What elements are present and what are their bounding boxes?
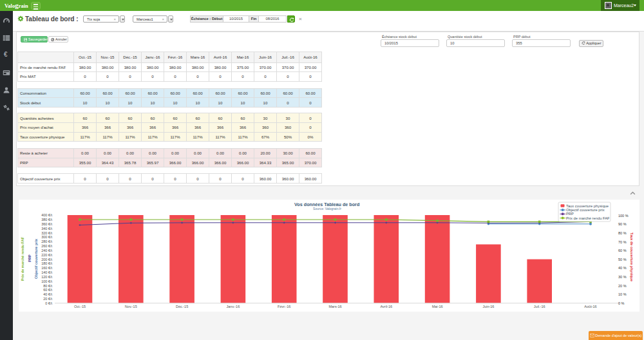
svg-text:380 €/t: 380 €/t [41, 218, 52, 222]
svg-text:180 €/t: 180 €/t [41, 261, 52, 265]
svg-text:40 %: 40 % [618, 266, 627, 270]
svg-text:30 %: 30 % [618, 275, 627, 279]
svg-text:80 €/t: 80 €/t [43, 284, 52, 288]
svg-text:220 €/t: 220 €/t [41, 253, 52, 257]
svg-text:Taux couverture physique: Taux couverture physique [566, 204, 609, 208]
svg-text:10 %: 10 % [618, 292, 627, 296]
svg-text:Nov.-15: Nov.-15 [125, 305, 137, 308]
svg-text:0 %: 0 % [618, 301, 625, 305]
svg-text:260 €/t: 260 €/t [41, 244, 52, 248]
svg-text:Oct.-15: Oct.-15 [74, 305, 86, 308]
svg-text:50 %: 50 % [618, 258, 627, 261]
svg-text:320 €/t: 320 €/t [41, 231, 52, 235]
svg-text:Janv.-16: Janv.-16 [227, 305, 240, 308]
svg-text:PRP: PRP [28, 254, 32, 262]
svg-text:200 €/t: 200 €/t [41, 258, 52, 261]
svg-text:300 €/t: 300 €/t [41, 235, 52, 239]
svg-text:Août-16: Août-16 [584, 305, 596, 308]
svg-text:100 €/t: 100 €/t [41, 279, 52, 283]
svg-text:340 €/t: 340 €/t [41, 227, 52, 231]
svg-text:Objectif couverture prix: Objectif couverture prix [566, 208, 605, 212]
svg-text:160 €/t: 160 €/t [41, 266, 52, 270]
svg-text:240 €/t: 240 €/t [41, 249, 52, 252]
svg-text:100 %: 100 % [618, 214, 629, 218]
svg-text:360 €/t: 360 €/t [41, 222, 52, 226]
svg-text:140 €/t: 140 €/t [41, 270, 52, 274]
svg-text:40 €/t: 40 €/t [43, 292, 52, 296]
svg-text:90 %: 90 % [618, 222, 627, 226]
svg-text:PRP: PRP [566, 212, 574, 216]
svg-text:Objectif couverture prix: Objectif couverture prix [34, 238, 38, 279]
svg-text:Mai-16: Mai-16 [432, 305, 443, 308]
svg-text:120 €/t: 120 €/t [41, 275, 52, 279]
svg-text:Prix de marché rendu FAF: Prix de marché rendu FAF [566, 216, 610, 220]
svg-text:60 %: 60 % [618, 249, 627, 252]
svg-text:80 %: 80 % [618, 231, 627, 235]
svg-text:Févr.-16: Févr.-16 [278, 305, 290, 308]
svg-text:Déc.-15: Déc.-15 [176, 305, 188, 308]
svg-text:Mars-16: Mars-16 [328, 305, 341, 308]
svg-text:Avril-16: Avril-16 [381, 305, 393, 308]
svg-text:70 %: 70 % [618, 240, 627, 244]
svg-text:20 €/t: 20 €/t [43, 297, 52, 301]
svg-text:60 €/t: 60 €/t [43, 288, 52, 292]
svg-text:Juin-16: Juin-16 [482, 305, 494, 308]
svg-text:0 €/t: 0 €/t [45, 301, 52, 305]
svg-text:Taux de couverture physique: Taux de couverture physique [630, 232, 634, 281]
svg-text:Source: Valograin.fr: Source: Valograin.fr [313, 207, 341, 211]
svg-text:Prix de marché rendu FAF: Prix de marché rendu FAF [21, 236, 24, 281]
svg-text:400 €/t: 400 €/t [41, 213, 52, 217]
svg-text:20 %: 20 % [618, 284, 627, 288]
svg-text:Juil.-16: Juil.-16 [534, 305, 545, 308]
svg-text:280 €/t: 280 €/t [41, 240, 52, 243]
